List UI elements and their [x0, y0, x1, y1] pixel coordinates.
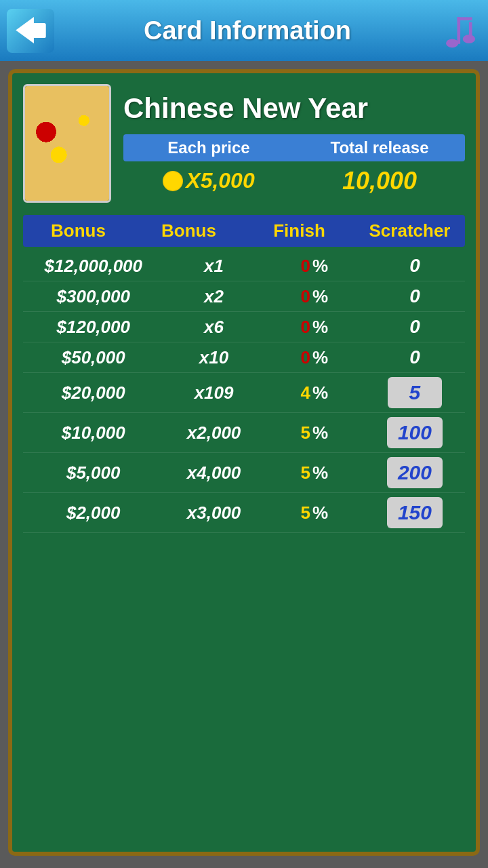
svg-rect-4 — [458, 17, 461, 43]
cell-finish: 5 % — [264, 462, 365, 484]
cell-multiplier: x2 — [163, 286, 264, 307]
scratcher-value-box: 100 — [387, 417, 443, 448]
total-release-label: Total release — [294, 138, 465, 157]
game-board: Chinese New Year Each price Total releas… — [8, 69, 480, 856]
cell-finish: 5 % — [264, 502, 365, 524]
finish-number: 0 — [300, 256, 310, 277]
cell-finish: 0 % — [264, 286, 365, 307]
svg-rect-1 — [33, 23, 46, 38]
cell-scratcher: 0 — [365, 316, 465, 338]
percent-sign: % — [312, 286, 328, 307]
finish-number: 5 — [300, 422, 310, 443]
cell-bonus-amount: $2,000 — [23, 502, 163, 524]
cell-bonus-amount: $300,000 — [23, 286, 163, 307]
cell-finish: 0 % — [264, 256, 365, 277]
finish-number: 0 — [300, 317, 310, 338]
cell-bonus-amount: $12,000,000 — [23, 256, 163, 277]
cell-multiplier: x1 — [163, 256, 264, 277]
price-header-row: Each price Total release — [123, 134, 465, 161]
card-details: Chinese New Year Each price Total releas… — [123, 92, 465, 195]
cell-scratcher: 0 — [365, 285, 465, 307]
percent-sign: % — [312, 502, 328, 524]
svg-marker-0 — [16, 17, 34, 43]
cell-scratcher: 200 — [365, 457, 465, 488]
col-bonus-mult: Bonus — [134, 220, 244, 241]
music-note-icon[interactable] — [441, 9, 481, 53]
cell-multiplier: x6 — [163, 317, 264, 338]
finish-number: 5 — [300, 462, 310, 484]
svg-rect-6 — [469, 22, 472, 39]
cell-multiplier: x2,000 — [163, 422, 264, 443]
cell-bonus-amount: $50,000 — [23, 347, 163, 368]
cell-scratcher: 150 — [365, 497, 465, 528]
card-name: Chinese New Year — [123, 92, 465, 125]
coin-icon — [163, 171, 183, 191]
finish-number: 0 — [300, 347, 310, 368]
back-button[interactable] — [7, 9, 54, 53]
table-row: $2,000x3,0005 %150 — [23, 493, 465, 533]
each-price-label: Each price — [123, 138, 294, 157]
cell-multiplier: x10 — [163, 347, 264, 368]
header: Card Information — [0, 0, 488, 61]
table-row: $120,000x60 %0 — [23, 312, 465, 342]
cell-bonus-amount: $10,000 — [23, 422, 163, 443]
cell-finish: 5 % — [264, 422, 365, 443]
percent-sign: % — [312, 317, 328, 338]
price-values-row: X5,000 10,000 — [123, 167, 465, 195]
svg-point-3 — [463, 35, 475, 43]
table-row: $20,000x1094 %5 — [23, 373, 465, 413]
col-scratcher: Scratcher — [354, 220, 465, 241]
scratcher-value-box: 5 — [388, 377, 442, 408]
finish-number: 5 — [300, 502, 310, 524]
col-finish: Finish — [244, 220, 354, 241]
percent-sign: % — [312, 382, 328, 403]
scratcher-value-box: 150 — [387, 497, 443, 528]
percent-sign: % — [312, 256, 328, 277]
each-price-value: X5,000 — [123, 168, 294, 193]
cell-scratcher: 0 — [365, 255, 465, 277]
cell-bonus-amount: $5,000 — [23, 462, 163, 484]
card-image — [23, 84, 111, 203]
svg-rect-5 — [458, 17, 472, 20]
table-row: $50,000x100 %0 — [23, 342, 465, 373]
cell-bonus-amount: $20,000 — [23, 382, 163, 403]
cell-multiplier: x109 — [163, 382, 264, 403]
table-body: $12,000,000x10 %0$300,000x20 %0$120,000x… — [23, 251, 465, 533]
table-row: $5,000x4,0005 %200 — [23, 453, 465, 493]
col-bonus-amount: Bonus — [23, 220, 134, 241]
table-row: $12,000,000x10 %0 — [23, 251, 465, 281]
cell-multiplier: x4,000 — [163, 462, 264, 484]
svg-point-2 — [446, 39, 458, 47]
cell-finish: 0 % — [264, 347, 365, 368]
percent-sign: % — [312, 422, 328, 443]
cell-scratcher: 5 — [365, 377, 465, 408]
cell-scratcher: 0 — [365, 347, 465, 368]
table-row: $10,000x2,0005 %100 — [23, 413, 465, 453]
page-title: Card Information — [144, 16, 351, 45]
table-row: $300,000x20 %0 — [23, 281, 465, 312]
total-release-value: 10,000 — [294, 167, 465, 195]
card-info-section: Chinese New Year Each price Total releas… — [23, 84, 465, 203]
cell-finish: 0 % — [264, 317, 365, 338]
cell-bonus-amount: $120,000 — [23, 317, 163, 338]
scratcher-value-box: 200 — [387, 457, 443, 488]
cell-scratcher: 100 — [365, 417, 465, 448]
table-header: Bonus Bonus Finish Scratcher — [23, 215, 465, 247]
percent-sign: % — [312, 347, 328, 368]
finish-number: 4 — [300, 382, 310, 403]
card-thumbnail — [25, 86, 109, 201]
percent-sign: % — [312, 462, 328, 484]
finish-number: 0 — [300, 286, 310, 307]
cell-finish: 4 % — [264, 382, 365, 403]
prize-table: Bonus Bonus Finish Scratcher $12,000,000… — [23, 215, 465, 533]
cell-multiplier: x3,000 — [163, 502, 264, 524]
